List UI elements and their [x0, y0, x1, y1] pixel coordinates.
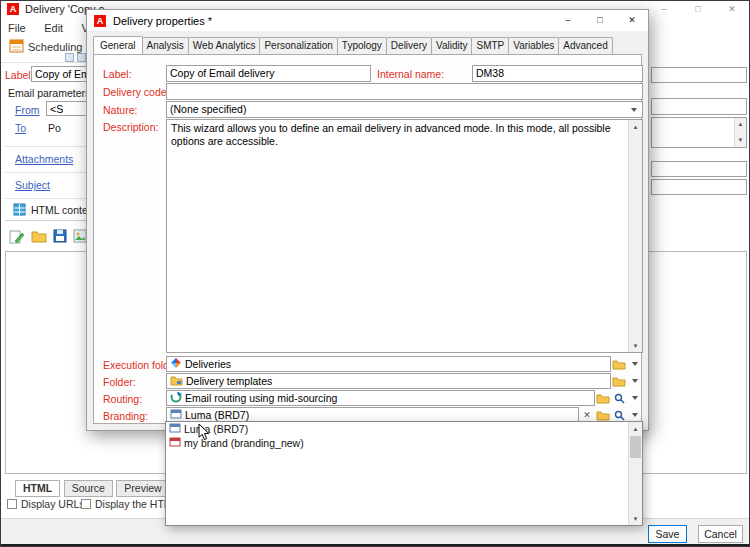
dialog-titlebar[interactable]: A Delivery properties * – □ ✕ — [87, 10, 648, 31]
routing-icon — [170, 391, 182, 405]
dialog-tab-strip: General Analysis Web Analytics Personali… — [93, 34, 642, 54]
delivery-code-input[interactable] — [166, 83, 643, 100]
mini-scrollbar[interactable]: ▲ ▼ — [734, 118, 746, 147]
internal-name-caption: Internal name: — [377, 68, 444, 80]
branding-icon — [170, 408, 182, 422]
clear-icon: ✕ — [583, 411, 591, 420]
image-icon[interactable] — [73, 229, 87, 247]
attachments-link[interactable]: Attachments — [15, 153, 73, 165]
execution-folder-row: Deliveries — [166, 356, 643, 372]
chevron-down-icon — [626, 108, 642, 112]
field-partial-right-5[interactable] — [651, 179, 747, 195]
folder-row: Delivery templates — [166, 373, 643, 389]
field-partial-right-3[interactable]: ▲ ▼ — [651, 117, 747, 148]
nature-select[interactable]: (None specified) — [166, 101, 643, 118]
nature-value: (None specified) — [170, 103, 626, 116]
cancel-button[interactable]: Cancel — [698, 525, 743, 543]
internal-name-input[interactable]: DM38 — [472, 65, 643, 82]
list-icon[interactable] — [77, 53, 86, 62]
scroll-up-button[interactable]: ▲ — [735, 118, 746, 131]
chevron-down-icon — [632, 379, 638, 383]
folder-picker-button[interactable] — [595, 390, 611, 406]
field-partial-right-2[interactable] — [651, 98, 747, 115]
dialog-close-button[interactable]: ✕ — [616, 10, 648, 31]
search-icon — [614, 393, 625, 404]
tab-typology[interactable]: Typology — [337, 37, 387, 54]
dialog-minimize-button[interactable]: – — [552, 10, 584, 31]
scrollbar-thumb[interactable] — [630, 436, 641, 458]
field-partial-right-4[interactable] — [651, 161, 747, 177]
close-icon: ✕ — [628, 16, 636, 25]
scroll-down-button[interactable]: ▼ — [629, 512, 642, 525]
from-link[interactable]: From — [15, 104, 40, 116]
dropdown-button[interactable] — [627, 356, 643, 372]
folder-icon — [612, 376, 626, 387]
from-input[interactable]: <S — [46, 101, 87, 116]
chevron-down-icon — [632, 396, 638, 400]
maximize-icon: □ — [695, 5, 700, 14]
scroll-up-button[interactable]: ▲ — [629, 120, 642, 133]
description-input[interactable]: This wizard allows you to define an emai… — [166, 119, 643, 353]
label-input[interactable]: Copy of Ema — [31, 66, 87, 82]
folder-picker-button[interactable] — [611, 356, 627, 372]
dropdown-item-my-brand[interactable]: my brand (branding_new) — [166, 436, 628, 450]
field-partial-right-1[interactable] — [651, 67, 747, 83]
tab-web-analytics[interactable]: Web Analytics — [188, 37, 261, 54]
popup-scrollbar[interactable]: ▲ ▼ — [628, 422, 642, 525]
scroll-up-button[interactable]: ▲ — [629, 422, 642, 435]
dialog-maximize-button[interactable]: □ — [584, 10, 616, 31]
tab-delivery[interactable]: Delivery — [386, 37, 432, 54]
execution-folder-value: Deliveries — [185, 358, 231, 370]
html-content-icon — [13, 202, 26, 220]
description-caption: Description: — [103, 121, 158, 133]
tab-advanced[interactable]: Advanced — [558, 37, 612, 54]
grid-icon[interactable] — [65, 53, 74, 62]
description-text: This wizard allows you to define an emai… — [171, 122, 624, 148]
dropdown-item-luma[interactable]: Luma (BRD7) — [166, 422, 628, 436]
display-html-checkbox[interactable] — [81, 499, 91, 509]
section-html-content: HTML conte — [31, 204, 88, 216]
delivery-properties-dialog: A Delivery properties * – □ ✕ General An… — [86, 9, 649, 431]
scroll-down-button[interactable]: ▼ — [629, 339, 642, 352]
description-scrollbar[interactable]: ▲ ▼ — [628, 120, 642, 352]
save-icon[interactable] — [53, 229, 67, 247]
scheduling-label[interactable]: Scheduling — [28, 41, 82, 53]
routing-field[interactable]: Email routing using mid-sourcing — [166, 390, 595, 406]
folder-value: Delivery templates — [186, 375, 272, 387]
edit-icon[interactable] — [9, 229, 24, 248]
tab-general[interactable]: General — [93, 36, 143, 54]
maximize-button[interactable]: □ — [681, 1, 715, 18]
tab-smtp[interactable]: SMTP — [471, 37, 509, 54]
label-input[interactable]: Copy of Email delivery — [166, 65, 371, 82]
dropdown-button[interactable] — [627, 390, 643, 406]
save-button[interactable]: Save — [648, 525, 687, 543]
search-button[interactable] — [611, 390, 627, 406]
delivery-code-caption: Delivery code: — [103, 86, 170, 98]
tab-analysis[interactable]: Analysis — [142, 37, 189, 54]
close-button[interactable]: ✕ — [715, 1, 749, 18]
tab-personalization[interactable]: Personalization — [259, 37, 337, 54]
subject-link[interactable]: Subject — [15, 179, 50, 191]
menu-file[interactable]: File — [1, 21, 33, 35]
tab-page-general: Label: Copy of Email delivery Internal n… — [93, 54, 642, 424]
to-link[interactable]: To — [15, 122, 26, 134]
chevron-down-icon — [632, 413, 638, 417]
folder-picker-button[interactable] — [611, 373, 627, 389]
open-folder-icon[interactable] — [31, 229, 47, 247]
dropdown-button[interactable] — [627, 373, 643, 389]
display-urls-checkbox[interactable] — [7, 499, 17, 509]
tab-validity[interactable]: Validity — [431, 37, 473, 54]
menu-edit[interactable]: Edit — [37, 21, 70, 35]
tab-preview[interactable]: Preview — [116, 480, 169, 497]
label-caption: Label: — [103, 68, 132, 80]
routing-value: Email routing using mid-sourcing — [185, 392, 337, 404]
tab-html[interactable]: HTML — [15, 480, 60, 497]
tab-source[interactable]: Source — [64, 480, 113, 497]
main-toolbar: Scheduling — [1, 34, 86, 63]
folder-field[interactable]: Delivery templates — [166, 373, 611, 389]
tab-variables[interactable]: Variables — [508, 37, 559, 54]
scroll-down-button[interactable]: ▼ — [735, 134, 746, 147]
minimize-button[interactable]: – — [647, 1, 681, 18]
execution-folder-field[interactable]: Deliveries — [166, 356, 611, 372]
section-email-parameters: Email parameters — [8, 87, 90, 99]
